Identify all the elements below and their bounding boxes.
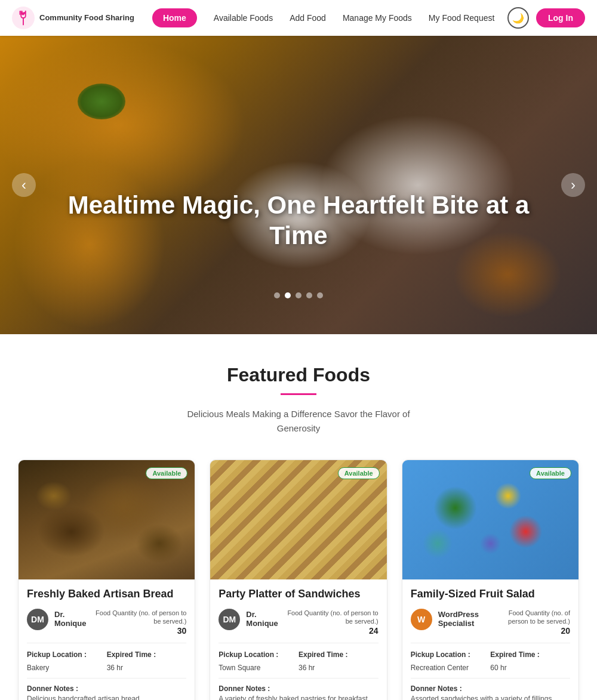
hero-title: Mealtime Magic, One Heartfelt Bite at a … — [60, 190, 537, 251]
hero-section: ‹ › Mealtime Magic, One Heartfelt Bite a… — [0, 36, 597, 334]
donor-qty-label-bread: Food Quantity (no. of person to be serve… — [93, 609, 186, 626]
nav-link-add-food[interactable]: Add Food — [290, 13, 326, 23]
nav-links: HomeAvailable FoodsAdd FoodManage My Foo… — [152, 8, 507, 27]
hero-dot-3[interactable] — [296, 292, 301, 298]
nav-link-available-foods[interactable]: Available Foods — [214, 13, 273, 23]
hero-dot-5[interactable] — [317, 292, 323, 298]
available-badge-bread: Available — [146, 467, 187, 479]
card-title-bread: Freshly Baked Artisan Bread — [27, 588, 186, 600]
available-badge-sandwiches: Available — [338, 467, 380, 479]
login-button[interactable]: Log In — [536, 8, 585, 27]
available-badge-fruitsalad: Available — [530, 467, 571, 479]
card-body-fruitsalad: Family-Sized Fruit Salad W WordPress Spe… — [402, 579, 578, 700]
notes-text-bread: Delicious handcrafted artisan bread. — [27, 695, 186, 700]
donor-avatar-bread: DM — [27, 609, 48, 630]
hero-dots — [274, 292, 323, 298]
notes-text-fruitsalad: Assorted sandwiches with a variety of fi… — [411, 695, 570, 700]
donor-qty-num-fruitsalad: 20 — [493, 626, 570, 636]
donor-name-fruitsalad: WordPress Specialist — [438, 610, 487, 628]
expiry-label-bread: Expired Time : — [107, 650, 187, 659]
logo-icon — [12, 7, 35, 29]
food-card-sandwiches: Available Party Platter of Sandwiches DM… — [210, 460, 387, 700]
card-notes-bread: Donner Notes : Delicious handcrafted art… — [27, 684, 186, 700]
hero-dot-1[interactable] — [274, 292, 280, 298]
pickup-label-bread: Pickup Location : — [27, 650, 107, 659]
pickup-value-fruitsalad: Recreation Center — [411, 664, 491, 672]
nav-link-manage-my-foods[interactable]: Manage My Foods — [343, 13, 412, 23]
expiry-value-fruitsalad: 60 hr — [490, 664, 570, 672]
food-card-fruitsalad: Available Family-Sized Fruit Salad W Wor… — [402, 460, 579, 700]
logo-text: Community Food Sharing — [39, 13, 134, 23]
card-donor-row-fruitsalad: W WordPress Specialist Food Quantity (no… — [411, 609, 570, 643]
hero-food-overlay — [0, 36, 597, 334]
card-notes-fruitsalad: Donner Notes : Assorted sandwiches with … — [411, 684, 570, 700]
notes-label-fruitsalad: Donner Notes : — [411, 684, 462, 693]
card-title-fruitsalad: Family-Sized Fruit Salad — [411, 588, 570, 600]
logo[interactable]: Community Food Sharing — [12, 7, 134, 29]
featured-subtitle: Delicious Meals Making a Difference Savo… — [179, 407, 418, 436]
donor-qty-col-sandwiches: Food Quantity (no. of person to be serve… — [285, 609, 378, 636]
donor-qty-num-sandwiches: 24 — [285, 626, 378, 636]
featured-title: Featured Foods — [12, 364, 585, 386]
donor-qty-col-bread: Food Quantity (no. of person to be serve… — [93, 609, 186, 636]
card-image-bread: Available — [19, 460, 195, 579]
card-meta-fruitsalad: Pickup Location : Expired Time : Recreat… — [411, 650, 570, 679]
card-image-sandwiches: Available — [210, 460, 386, 579]
featured-section: Featured Foods Delicious Meals Making a … — [0, 334, 597, 700]
card-title-sandwiches: Party Platter of Sandwiches — [219, 588, 378, 600]
nav-link-home[interactable]: Home — [152, 8, 197, 27]
expiry-label-fruitsalad: Expired Time : — [490, 650, 570, 659]
card-donor-row-bread: DM Dr. Monique Food Quantity (no. of per… — [27, 609, 186, 643]
pickup-label-sandwiches: Pickup Location : — [219, 650, 298, 659]
navbar: Community Food Sharing HomeAvailable Foo… — [0, 0, 597, 36]
card-image-fruitsalad: Available — [402, 460, 578, 579]
donor-qty-label-fruitsalad: Food Quantity (no. of person to be serve… — [493, 609, 570, 626]
donor-qty-label-sandwiches: Food Quantity (no. of person to be serve… — [285, 609, 378, 626]
featured-underline — [281, 393, 316, 395]
food-card-bread: Available Freshly Baked Artisan Bread DM… — [18, 460, 195, 700]
hero-text-block: Mealtime Magic, One Heartfelt Bite at a … — [0, 190, 597, 251]
hero-dot-2[interactable] — [285, 292, 291, 298]
donor-qty-num-bread: 30 — [93, 626, 186, 636]
pickup-value-bread: Bakery — [27, 664, 107, 672]
expiry-label-sandwiches: Expired Time : — [298, 650, 378, 659]
expiry-value-bread: 36 hr — [107, 664, 187, 672]
dark-mode-button[interactable]: 🌙 — [507, 7, 529, 29]
moon-icon: 🌙 — [512, 13, 524, 24]
cards-grid: Available Freshly Baked Artisan Bread DM… — [12, 460, 585, 700]
donor-avatar-sandwiches: DM — [219, 609, 240, 630]
pickup-label-fruitsalad: Pickup Location : — [411, 650, 491, 659]
card-body-sandwiches: Party Platter of Sandwiches DM Dr. Moniq… — [210, 579, 386, 700]
donor-avatar-fruitsalad: W — [411, 609, 432, 630]
nav-link-my-food-request[interactable]: My Food Request — [429, 13, 495, 23]
card-body-bread: Freshly Baked Artisan Bread DM Dr. Moniq… — [19, 579, 195, 700]
donor-qty-col-fruitsalad: Food Quantity (no. of person to be serve… — [493, 609, 570, 636]
donor-name-bread: Dr. Monique — [54, 610, 87, 628]
donor-name-sandwiches: Dr. Monique — [246, 610, 279, 628]
card-meta-sandwiches: Pickup Location : Expired Time : Town Sq… — [219, 650, 378, 679]
notes-label-sandwiches: Donner Notes : — [219, 684, 270, 693]
nav-right: 🌙 Log In — [507, 7, 585, 29]
expiry-value-sandwiches: 36 hr — [298, 664, 378, 672]
hero-green-accent — [78, 84, 125, 119]
pickup-value-sandwiches: Town Square — [219, 664, 298, 672]
card-meta-bread: Pickup Location : Expired Time : Bakery … — [27, 650, 186, 679]
card-donor-row-sandwiches: DM Dr. Monique Food Quantity (no. of per… — [219, 609, 378, 643]
hero-dot-4[interactable] — [306, 292, 312, 298]
notes-text-sandwiches: A variety of freshly baked pastries for … — [219, 695, 378, 700]
notes-label-bread: Donner Notes : — [27, 684, 78, 693]
card-notes-sandwiches: Donner Notes : A variety of freshly bake… — [219, 684, 378, 700]
